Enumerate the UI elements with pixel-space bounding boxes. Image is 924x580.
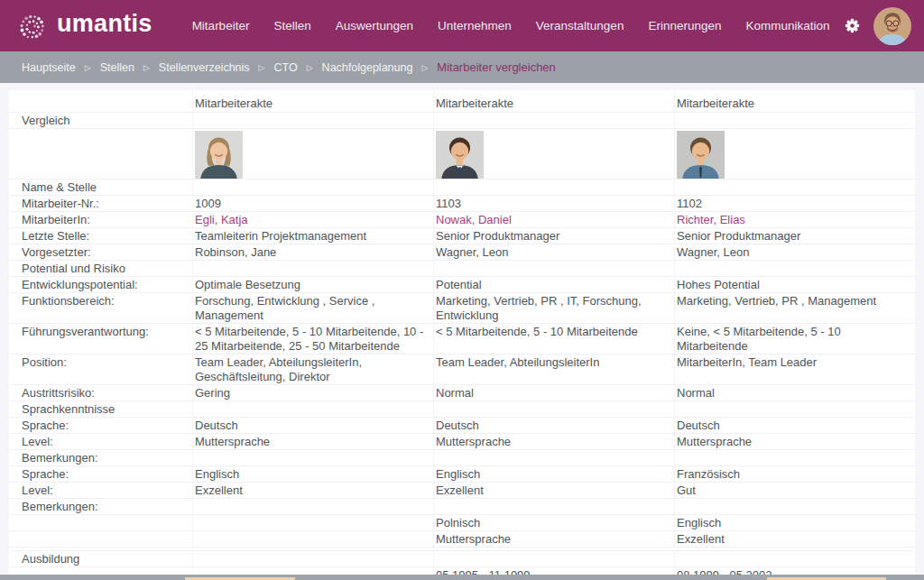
employee-photo[interactable] [677, 131, 725, 179]
cell-value: Gut [674, 483, 915, 498]
breadcrumb-item[interactable]: Nachfolgeplanung [322, 61, 413, 74]
row-label: Vorgesetzter: [9, 244, 192, 260]
employee-photo[interactable] [436, 131, 484, 179]
employee-name-link[interactable]: Egli, Katja [195, 213, 248, 226]
nav-item-erinnerungen[interactable]: Erinnerungen [648, 19, 721, 32]
cell-value: Muttersprache [674, 434, 915, 449]
cell-value [192, 261, 433, 276]
umantis-logo[interactable]: umantis [16, 9, 152, 43]
header-right [845, 7, 911, 45]
cell-value: Englisch [674, 515, 915, 530]
cell-value [192, 450, 433, 465]
cell-value: Deutsch [192, 418, 433, 433]
cell-value [674, 113, 915, 128]
cell-value [674, 401, 915, 417]
nav-item-auswertungen[interactable]: Auswertungen [336, 19, 413, 32]
cell-value [433, 499, 674, 514]
employee-photo[interactable] [195, 131, 243, 179]
section-row: Vergleich [9, 113, 915, 129]
employee-name-link[interactable]: Richter, Elias [677, 213, 745, 226]
gear-icon[interactable] [845, 18, 860, 33]
umantis-logo-icon [16, 9, 49, 43]
nav-item-veranstaltungen[interactable]: Veranstaltungen [536, 19, 624, 32]
cell-value: Muttersprache [433, 434, 674, 449]
row-label: Position: [9, 354, 192, 384]
employee-file-link[interactable]: Mitarbeiterakte [195, 97, 273, 110]
table-row: MitarbeiterIn:Egli, KatjaNowak, DanielRi… [9, 212, 915, 228]
cell-value: Team Leader, AbteilungsleiterIn, Geschäf… [192, 354, 433, 384]
nav-item-kommunikation[interactable]: Kommunikation [745, 19, 829, 32]
cell-value [674, 180, 915, 195]
brand-name: umantis [57, 12, 152, 40]
row-label: Level: [9, 434, 192, 449]
cell-value: Muttersprache [433, 531, 674, 547]
cell-value [192, 180, 433, 195]
table-row: Sprache:EnglischEnglischFranzösisch [9, 466, 915, 483]
section-row: Sprachkenntnisse [9, 401, 915, 418]
breadcrumb-current-page: Mitarbeiter vergleichen [437, 60, 556, 74]
table-row: Level:MutterspracheMutterspracheMuttersp… [9, 434, 915, 450]
cell-value [192, 113, 433, 128]
employee-file-link[interactable]: Mitarbeiterakte [436, 97, 513, 110]
row-label: Funktionsbereich: [9, 293, 192, 323]
table-row: MutterspracheExzellent [9, 531, 915, 548]
employee-name-link[interactable]: Nowak, Daniel [436, 213, 512, 226]
cell-value: Deutsch [674, 418, 915, 433]
cell-value: Gering [192, 385, 433, 400]
row-label [9, 531, 192, 547]
row-label: Level: [9, 483, 192, 498]
cell-value: Hohes Potential [674, 277, 915, 292]
table-row: Bemerkungen: [9, 499, 915, 515]
photo-cell [674, 129, 915, 179]
section-row: Name & Stelle [9, 180, 915, 196]
breadcrumb-separator-icon: ▷ [307, 62, 313, 71]
cell-value [192, 499, 433, 514]
nav-item-mitarbeiter[interactable]: Mitarbeiter [192, 19, 250, 32]
row-label: Mitarbeiter-Nr.: [9, 196, 192, 211]
cell-value: Polnisch [433, 515, 674, 530]
table-row: Führungsverantwortung:< 5 Mitarbeitende,… [9, 324, 915, 354]
cell-value: Team Leader, AbteilungsleiterIn [433, 354, 674, 384]
table-row: Letzte Stelle:Teamleiterin Projektmanage… [9, 228, 915, 244]
cell-value [674, 261, 915, 276]
main-nav: MitarbeiterStellenAuswertungenUnternehme… [192, 19, 830, 32]
breadcrumb-item[interactable]: Hauptseite [22, 61, 76, 74]
cell-value [674, 551, 915, 566]
cell-value: Französisch [674, 466, 915, 482]
cell-value: Marketing, Vertrieb, PR , Management [674, 293, 915, 323]
nav-item-stellen[interactable]: Stellen [273, 19, 310, 32]
cell-value [674, 450, 915, 465]
cell-value: Senior Produktmanager [674, 228, 915, 244]
table-row: Level:ExzellentExzellentGut [9, 483, 915, 499]
row-label: Entwicklungspotential: [9, 277, 192, 292]
table-row: Vorgesetzter:Robinson, JaneWagner, LeonW… [9, 244, 915, 261]
cell-value: 1102 [674, 196, 915, 211]
row-label [9, 129, 192, 179]
photo-cell [433, 129, 674, 179]
table-row: MitarbeiterakteMitarbeiterakteMitarbeite… [9, 90, 915, 113]
row-label: Sprache: [9, 418, 192, 433]
cell-value: Normal [433, 385, 674, 400]
cell-value: Mitarbeiterakte [433, 90, 674, 112]
cell-value: Richter, Elias [674, 212, 915, 227]
cell-value: Egli, Katja [192, 212, 433, 227]
section-label: Potential und Risiko [9, 261, 192, 276]
cell-value: Deutsch [433, 418, 674, 433]
user-avatar[interactable] [873, 7, 911, 45]
breadcrumb-item[interactable]: CTO [274, 61, 298, 74]
table-row: Austrittsrisiko:GeringNormalNormal [9, 385, 915, 401]
cell-value: 1103 [433, 196, 674, 211]
nav-item-unternehmen[interactable]: Unternehmen [438, 19, 512, 32]
cell-value: Exzellent [192, 483, 433, 498]
cell-value [433, 401, 674, 417]
row-label: Bemerkungen: [9, 499, 192, 514]
cell-value: Muttersprache [192, 434, 433, 449]
breadcrumb-item[interactable]: Stellenverzeichnis [159, 61, 250, 74]
table-row [9, 129, 915, 180]
employee-file-link[interactable]: Mitarbeiterakte [677, 97, 754, 110]
cell-value: Nowak, Daniel [433, 212, 674, 227]
cell-value [433, 180, 674, 195]
section-label: Sprachkenntnisse [9, 401, 192, 417]
breadcrumb-item[interactable]: Stellen [100, 61, 134, 74]
cell-value [433, 261, 674, 276]
